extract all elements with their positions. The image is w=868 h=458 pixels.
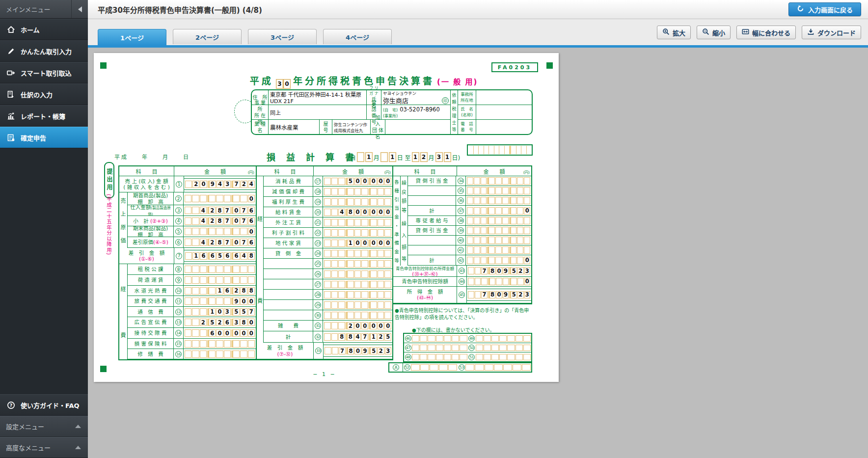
subject-line: 荷 造 運 賃 — [137, 277, 163, 283]
digit-cell — [324, 270, 331, 278]
digit-cell: 6 — [209, 252, 216, 260]
digit-cell — [331, 260, 338, 268]
sidebar-item-simple-entry[interactable]: かんたん取引入力 — [0, 40, 88, 62]
pl-subgroup: 繰入額等専 従 者 給 与38貸 倒 引 当 金394041計420 — [401, 216, 531, 266]
advanced-menu[interactable]: 高度なメニュー — [0, 437, 88, 458]
chevron-up-icon — [75, 425, 81, 428]
tab-page-3[interactable]: 3ページ — [248, 29, 317, 44]
digit-cell — [347, 188, 354, 195]
amount-field — [323, 248, 392, 258]
subject-line: 雑 費 — [278, 323, 298, 328]
digit-cell — [324, 240, 331, 247]
group-label: 売上原価 — [119, 192, 128, 248]
subject-label: 専 従 者 給 与 — [408, 216, 456, 225]
sidebar-item-label: 仕訳の入力 — [21, 90, 53, 99]
digit-cell: 6 — [209, 329, 216, 337]
sidebar-item-home[interactable]: ホーム — [0, 19, 88, 40]
amount-field: 2526380 — [184, 317, 256, 327]
digit-cell — [488, 207, 495, 215]
row-number-cell: 9 — [174, 275, 184, 285]
digit-cell: 3 — [224, 181, 231, 188]
digit-cell — [240, 266, 247, 273]
pl-table-row: 修 繕 費16 — [128, 349, 256, 359]
back-to-input-button[interactable]: 入力画面に戻る — [788, 2, 861, 16]
digit-cell — [331, 312, 338, 319]
fit-width-button[interactable]: 幅に合わせる — [736, 26, 796, 39]
amount-field — [323, 300, 392, 310]
subject-header: 科 目 — [393, 166, 457, 176]
tab-page-1[interactable]: 1ページ — [98, 29, 166, 45]
digit-cell — [325, 347, 331, 354]
digit-cell — [488, 257, 495, 264]
subject-text: 仕入金額 — [130, 205, 151, 210]
subject-label — [408, 236, 456, 245]
digit-cell: 0 — [248, 329, 255, 337]
subject-line: 差 引 金 額 — [267, 345, 303, 350]
digit-cell — [511, 227, 517, 234]
zoom-out-button[interactable]: 縮小 — [697, 26, 731, 39]
row-number-badge: 51 — [468, 354, 475, 360]
amount-field: 600000 — [184, 328, 256, 338]
subject-line: 水 道 光 熱 費 — [135, 288, 167, 294]
digit-cell — [524, 217, 530, 224]
subject-label: 給 料 賃 金 — [264, 207, 313, 217]
row-number-cell: 14 — [174, 328, 184, 338]
digit-cell — [233, 228, 240, 235]
tab-page-2[interactable]: 2ページ — [173, 29, 242, 44]
subject-label: 利 子 割 引 料 — [264, 228, 313, 238]
period-digit-box — [380, 152, 388, 162]
group-label-char: 金 — [394, 248, 399, 255]
digit-cell — [474, 257, 480, 264]
sidebar-item-journal-entry[interactable]: 仕訳の入力 — [0, 83, 88, 105]
sidebar-item-smart-import[interactable]: スマート取引取込 — [0, 62, 88, 83]
digit-cell — [347, 260, 354, 268]
sidebar-footer-items: ?使い方ガイド・FAQ — [0, 394, 88, 416]
digit-cell — [378, 301, 384, 309]
digit-cell — [331, 198, 338, 206]
zoom-in-button[interactable]: 拡大 — [657, 26, 691, 39]
sidebar-item-reports[interactable]: レポート・帳簿 — [0, 105, 88, 127]
row-number-badge: A — [393, 364, 399, 371]
digit-cell: 7 — [481, 291, 488, 298]
digit-cell — [224, 297, 231, 305]
office-use-cell — [491, 335, 499, 342]
subject-line: 小 計 (②+③) — [133, 218, 168, 224]
digit-cell — [354, 198, 361, 206]
page-number: − 1 − — [305, 371, 344, 377]
digit-cell: 0 — [216, 308, 223, 316]
sidebar-item-tax-return[interactable]: 確定申告 — [0, 127, 88, 148]
tab-page-4[interactable]: 4ページ — [323, 29, 392, 44]
row-number-badge: 13 — [175, 319, 182, 325]
pl-group: 売上原価期首商品(製品)棚 卸 高20仕入金額(製品製造原価)34287076小… — [119, 192, 256, 248]
download-button[interactable]: ダウンロード — [802, 26, 861, 39]
digit-cell — [511, 217, 517, 224]
digit-cell — [192, 340, 199, 348]
button-label: 縮小 — [712, 28, 725, 37]
office-use-row: 4851 — [404, 352, 531, 361]
digit-cell — [354, 291, 361, 298]
digit-cell — [354, 260, 361, 268]
row-number-badge: 15 — [175, 341, 182, 347]
digit-cell — [347, 229, 354, 237]
corner-mark-top-right — [546, 62, 553, 69]
digit-cell — [517, 246, 523, 254]
digit-cell: 5 — [347, 178, 354, 185]
digit-cell — [467, 187, 473, 194]
digit-cell — [192, 350, 199, 358]
digit-cell — [185, 207, 191, 214]
settings-menu[interactable]: 設定メニュー — [0, 416, 88, 437]
row-number-badge: 28 — [315, 292, 321, 298]
digit-cell — [524, 177, 530, 185]
office-use-cell — [420, 345, 427, 351]
sidebar-item-guide-faq[interactable]: ?使い方ガイド・FAQ — [0, 394, 88, 416]
office-use-cell — [420, 335, 427, 342]
amount-field: 7809523 — [467, 289, 531, 301]
digit-cell — [200, 297, 207, 305]
digit-cell: 0 — [378, 322, 384, 329]
row-number-cell: 7 — [174, 248, 184, 264]
return-arrow-icon — [797, 5, 804, 14]
office-use-cell — [499, 354, 507, 360]
digit-cell — [378, 219, 384, 226]
digit-cell — [185, 308, 191, 316]
sidebar-collapse-button[interactable] — [71, 0, 88, 18]
